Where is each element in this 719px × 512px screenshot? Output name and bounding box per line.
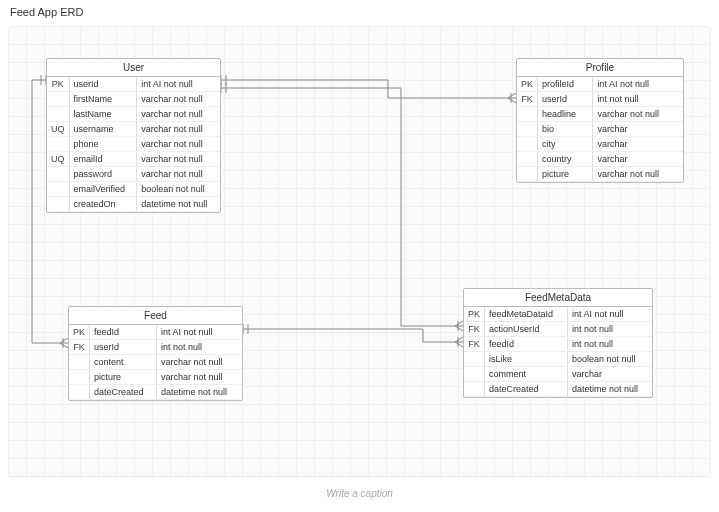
entity-profile-title: Profile bbox=[517, 59, 683, 77]
entity-feedmetadata-title: FeedMetaData bbox=[464, 289, 652, 307]
entity-user-fields: PKuserIdint AI not null firstNamevarchar… bbox=[47, 77, 220, 212]
entity-user[interactable]: User PKuserIdint AI not null firstNameva… bbox=[46, 58, 221, 213]
entity-feed[interactable]: Feed PKfeedIdint AI not null FKuserIdint… bbox=[68, 306, 243, 401]
entity-profile-fields: PKprofileIdint AI not null FKuserIdint n… bbox=[517, 77, 683, 182]
page-title: Feed App ERD bbox=[10, 6, 83, 18]
caption-input[interactable]: Write a caption bbox=[8, 480, 711, 506]
erd-canvas[interactable]: User PKuserIdint AI not null firstNameva… bbox=[8, 26, 711, 478]
entity-profile[interactable]: Profile PKprofileIdint AI not null FKuse… bbox=[516, 58, 684, 183]
entity-user-title: User bbox=[47, 59, 220, 77]
entity-feed-title: Feed bbox=[69, 307, 242, 325]
entity-feedmetadata[interactable]: FeedMetaData PKfeedMetaDataIdint AI not … bbox=[463, 288, 653, 398]
caption-placeholder: Write a caption bbox=[326, 488, 393, 499]
entity-feed-fields: PKfeedIdint AI not null FKuserIdint not … bbox=[69, 325, 242, 400]
entity-feedmetadata-fields: PKfeedMetaDataIdint AI not null FKaction… bbox=[464, 307, 652, 397]
